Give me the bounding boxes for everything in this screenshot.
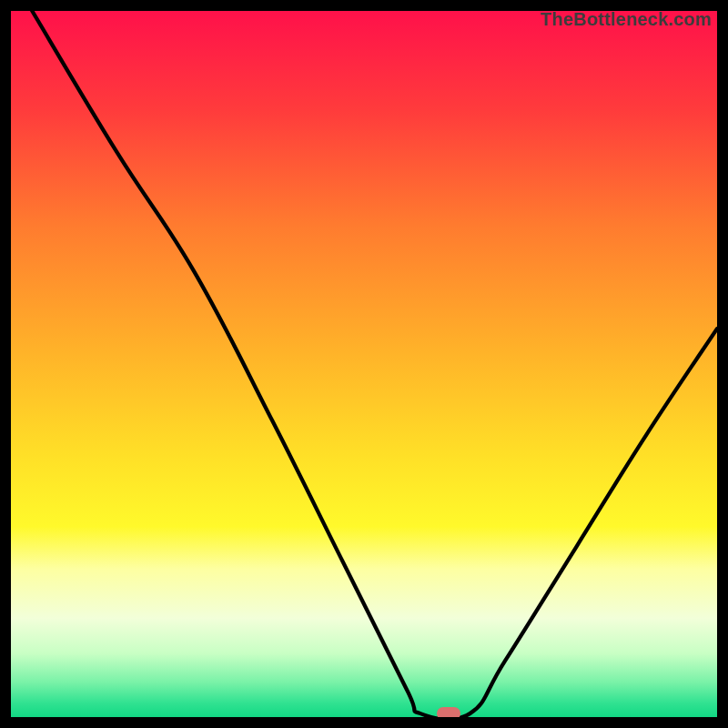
heat-gradient-background <box>11 11 717 717</box>
optimal-marker-icon <box>437 707 460 717</box>
plot-area <box>11 11 717 717</box>
chart-frame: TheBottleneck.com <box>0 0 728 728</box>
